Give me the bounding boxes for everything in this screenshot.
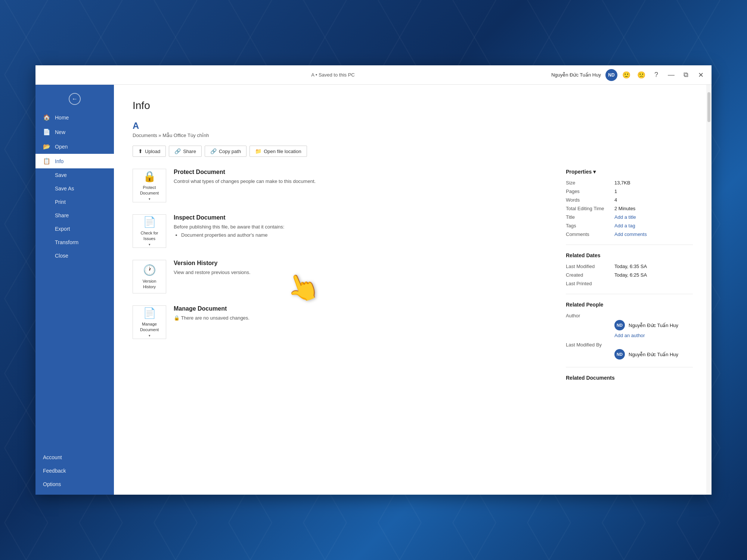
add-author-link[interactable]: Add an author [614,333,693,338]
manage-icon-box[interactable]: 📄 ManageDocument ▾ [133,305,166,339]
home-icon: 🏠 [43,114,50,121]
version-section: 🕐 VersionHistory Version History View an… [133,260,551,293]
prop-tags: Tags Add a tag [566,223,693,228]
sidebar-item-open[interactable]: 📂 Open [35,139,114,154]
sidebar-item-save[interactable]: Save [35,168,114,182]
inspect-description: Before publishing this file, be aware th… [174,223,284,231]
close-button[interactable]: ✕ [695,69,707,81]
properties-panel: Properties ▾ Size 13,7KB Pages 1 [566,169,693,386]
divider-1 [566,245,693,245]
restore-button[interactable]: ⧉ [680,69,692,81]
sidebar-label-transform: Transform [55,239,78,245]
document-letter: A [133,121,693,131]
sidebar-item-save-as[interactable]: Save As [35,182,114,195]
content-grid: 🔒 ProtectDocument ▾ Protect Document Con… [133,169,693,386]
sidebar-item-options[interactable]: Options [35,477,114,491]
sidebar-label-save-as: Save As [55,186,74,192]
sidebar-label-save: Save [55,172,67,178]
upload-icon: ⬆ [138,148,143,154]
properties-list: Size 13,7KB Pages 1 Words 4 Total Edit [566,180,693,237]
open-file-location-label: Open file location [264,149,301,154]
back-button[interactable]: ← [69,93,81,105]
upload-button[interactable]: ⬆ Upload [133,146,166,157]
inspect-section: 📄 Check forIssues ▾ Inspect Document Bef… [133,214,551,248]
sidebar-item-share[interactable]: Share [35,209,114,222]
protect-section: 🔒 ProtectDocument ▾ Protect Document Con… [133,169,551,202]
divider-3 [566,367,693,367]
version-icon-box[interactable]: 🕐 VersionHistory [133,260,166,293]
sidebar-label-feedback: Feedback [43,468,66,474]
help-icon[interactable]: ? [650,69,662,81]
folder-icon: 📁 [255,148,261,154]
protect-title: Protect Document [174,169,316,175]
app-body: ← 🏠 Home 📄 New 📂 Open 📋 Info Save [35,85,712,495]
minimize-button[interactable]: — [665,69,677,81]
copy-path-label: Copy path [219,149,241,154]
scroll-track[interactable] [706,85,712,495]
prop-editing-time: Total Editing Time 2 Minutes [566,206,693,211]
sidebar-label-options: Options [43,481,61,487]
version-icon-label: VersionHistory [143,279,156,289]
emoji-sad-icon[interactable]: 🙁 [635,69,647,81]
title-bar-right: Nguyễn Đức Tuấn Huy ND 🙂 🙁 ? — ⧉ ✕ [551,69,707,81]
manage-title: Manage Document [174,305,249,312]
protect-text: Protect Document Control what types of c… [174,169,316,185]
scroll-thumb[interactable] [707,92,710,122]
inspect-bullet-1: Document properties and author's name [181,232,284,238]
author-avatar: ND [614,320,625,330]
version-text: Version History View and restore previou… [174,260,251,276]
emoji-happy-icon[interactable]: 🙂 [620,69,632,81]
sidebar-item-home[interactable]: 🏠 Home [35,110,114,125]
upload-label: Upload [145,149,160,154]
copy-path-icon: 🔗 [210,148,217,154]
sidebar-item-info[interactable]: 📋 Info [35,154,114,168]
sidebar-item-print[interactable]: Print [35,195,114,209]
new-doc-icon: 📄 [43,128,50,136]
share-button[interactable]: 🔗 Share [169,146,202,157]
sidebar-label-home: Home [55,115,69,121]
copy-path-button[interactable]: 🔗 Copy path [205,146,247,157]
share-link-icon: 🔗 [174,148,181,154]
related-documents-title: Related Documents [566,375,693,381]
breadcrumb-text: Documents » Mẫu Office Tùy chỉnh [133,133,209,138]
inspect-text: Inspect Document Before publishing this … [174,214,284,238]
protect-icon-box[interactable]: 🔒 ProtectDocument ▾ [133,169,166,202]
prop-title: Title Add a title [566,214,693,220]
manage-icon-label: ManageDocument [140,321,159,332]
sidebar-item-feedback[interactable]: Feedback [35,464,114,477]
author-row-label: Author [566,313,693,318]
inspect-title: Inspect Document [174,214,284,221]
sidebar-item-account[interactable]: Account [35,451,114,464]
manage-dropdown-arrow: ▾ [149,334,151,337]
sidebar-item-new[interactable]: 📄 New [35,125,114,139]
sidebar-label-close: Close [55,253,68,259]
last-modified-avatar: ND [614,349,625,360]
user-avatar[interactable]: ND [605,69,617,81]
sidebar-item-export[interactable]: Export [35,222,114,236]
last-modified-by-label: Last Modified By [566,342,693,348]
protect-icon-label: ProtectDocument [140,185,159,196]
document-title: A • Saved to this PC [311,72,355,78]
inspect-icon-box[interactable]: 📄 Check forIssues ▾ [133,214,166,248]
date-created: Created Today, 6:25 SA [566,272,693,278]
prop-words: Words 4 [566,197,693,203]
prop-pages: Pages 1 [566,189,693,194]
sidebar-item-transform[interactable]: Transform [35,236,114,249]
date-last-printed: Last Printed [566,281,693,286]
title-bar-center: A • Saved to this PC [311,72,355,78]
lock-small-icon: 🔒 [174,315,180,321]
user-name-label: Nguyễn Đức Tuấn Huy [551,72,601,78]
last-modified-by-row: ND Nguyễn Đức Tuấn Huy [614,349,693,360]
sidebar-bottom: Account Feedback Options [35,451,114,495]
sidebar-item-close[interactable]: Close [35,249,114,262]
inspect-icon-label: Check forIssues [140,230,158,241]
clock-icon: 🕐 [143,264,156,276]
sidebar-spacer [35,262,114,451]
app-window: A • Saved to this PC Nguyễn Đức Tuấn Huy… [35,65,712,495]
manage-description: 🔒 There are no unsaved changes. [174,314,249,322]
last-modified-name: Nguyễn Đức Tuấn Huy [629,352,678,357]
properties-title: Properties ▾ [566,169,693,175]
open-file-location-button[interactable]: 📁 Open file location [249,146,307,157]
sidebar-label-share: Share [55,212,69,218]
info-icon: 📋 [43,158,50,165]
